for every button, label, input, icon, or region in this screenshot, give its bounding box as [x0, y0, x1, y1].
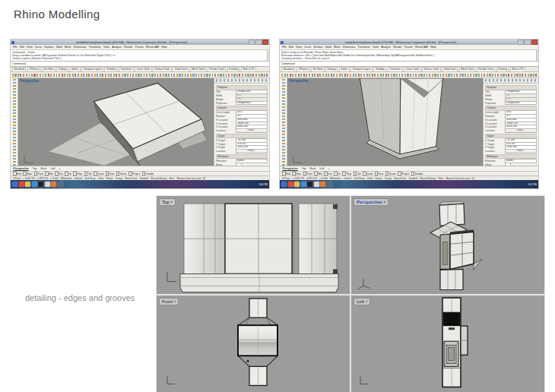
windows-taskbar[interactable]: 3:12 PM [280, 180, 538, 188]
menu-item[interactable]: Help [430, 45, 436, 49]
close-button[interactable] [531, 40, 538, 45]
menu-item[interactable]: Curve [35, 45, 43, 49]
toolbar-tab[interactable]: Drafting [227, 67, 240, 71]
toolbar-tab[interactable]: Standard [12, 67, 26, 71]
minimize-button[interactable] [518, 40, 524, 45]
viewport-canvas[interactable] [157, 296, 350, 392]
property-value[interactable]: Place... [236, 128, 268, 133]
firefox-icon[interactable] [51, 182, 56, 187]
title-bar[interactable]: modelled telephone booth (579 KB) - Rhin… [280, 40, 538, 45]
status-pane[interactable]: Millimeters [330, 177, 341, 180]
media-player-icon[interactable] [32, 182, 37, 187]
toolbar-tab[interactable]: CPlanes [27, 67, 40, 71]
menu-item[interactable]: Edit [289, 45, 293, 49]
explorer-icon[interactable] [314, 182, 319, 187]
toolbar-tab[interactable]: New in V5 [241, 67, 256, 71]
status-pane[interactable]: Minutes from last save: 13 [176, 177, 205, 180]
toolbar-tab[interactable]: Display [56, 67, 68, 71]
status-pane[interactable]: y 870.970 [306, 177, 317, 180]
photoshop-icon[interactable] [58, 182, 63, 187]
toolbar-tab[interactable]: New in V5 [510, 67, 525, 71]
status-pane[interactable]: y 870.970 [37, 177, 48, 180]
toolbar-tab[interactable]: Solid Tools [173, 67, 189, 71]
viewport-tab[interactable]: Back [40, 167, 48, 170]
viewport-canvas[interactable] [287, 78, 483, 166]
menu-item[interactable]: Panels [135, 45, 144, 49]
toolbar-tab[interactable]: Viewport Layout [350, 67, 373, 71]
status-pane[interactable]: Planar [375, 177, 382, 180]
menu-item[interactable]: RhinoCAM [415, 45, 428, 49]
status-pane[interactable]: Default [75, 177, 82, 180]
perspective-viewport[interactable]: Perspective [18, 78, 214, 166]
toolbar-tab[interactable]: Display [325, 67, 338, 71]
menu-item[interactable]: Dimension [74, 45, 87, 49]
menu-item[interactable]: RhinoCAM [146, 45, 159, 49]
viewport-canvas[interactable] [351, 296, 544, 392]
menu-item[interactable]: Edit [20, 45, 24, 49]
status-pane[interactable]: Ortho [366, 177, 373, 180]
status-pane[interactable]: Gumball [408, 177, 417, 180]
viewport-tab[interactable]: Perspective [12, 167, 30, 170]
status-pane[interactable]: Grid Snap [84, 177, 95, 180]
property-value[interactable]: Place... [505, 128, 537, 133]
toolbar-tab[interactable]: Curve Tools [135, 67, 151, 71]
toolbar-tab[interactable]: Select [70, 67, 81, 71]
status-pane[interactable]: Filter [438, 177, 443, 180]
taskbar-clock[interactable]: 3:12 PM [528, 180, 537, 188]
history-scrollbar[interactable] [267, 50, 270, 61]
viewport-front[interactable]: Front [157, 296, 350, 392]
firefox-icon[interactable] [320, 182, 325, 187]
toolbar-tab[interactable]: Transform [388, 67, 403, 71]
viewport-canvas[interactable] [157, 196, 350, 294]
menu-item[interactable]: Solid [56, 45, 62, 49]
menu-item[interactable]: Mesh [334, 45, 341, 49]
viewport-canvas[interactable] [351, 196, 544, 294]
toolbar-tab[interactable]: Visibility [373, 67, 386, 71]
status-pane[interactable]: CPlane [13, 177, 21, 180]
minimize-button[interactable] [249, 40, 255, 45]
status-pane[interactable]: CPlane [282, 177, 290, 180]
chrome-icon[interactable] [19, 182, 24, 187]
start-icon[interactable] [12, 182, 17, 187]
toolbar-tab[interactable]: CPlanes [297, 67, 309, 71]
toolbar-icons[interactable] [280, 72, 538, 78]
taskbar-clock[interactable]: 2:46 PM [258, 180, 268, 188]
property-value[interactable]: (none) [505, 159, 537, 163]
status-pane[interactable]: z 0.000 [50, 177, 58, 180]
menu-item[interactable]: Render [124, 45, 133, 49]
status-pane[interactable]: Osnap [116, 177, 122, 180]
viewport-tab[interactable]: Top [300, 167, 307, 170]
folder-icon[interactable] [294, 182, 300, 187]
toolbar-tab[interactable]: Visibility [104, 67, 117, 71]
menu-item[interactable]: Dimension [343, 45, 356, 49]
folder-icon[interactable] [25, 182, 30, 187]
status-pane[interactable]: x 1540.755 [292, 177, 304, 180]
menu-item[interactable]: Render [393, 45, 402, 49]
status-pane[interactable]: Grid Snap [354, 177, 364, 180]
status-pane[interactable]: Record History [151, 177, 166, 180]
menu-item[interactable]: View [27, 45, 33, 49]
toolbar-tab[interactable]: Render Tools [477, 67, 495, 71]
status-pane[interactable]: Filter [169, 177, 174, 180]
perspective-viewport[interactable]: Perspective [287, 78, 483, 166]
property-value[interactable]: Place... [236, 149, 268, 153]
status-pane[interactable]: Gumball [139, 177, 148, 180]
menu-item[interactable]: File [282, 45, 287, 49]
toolbar-tab[interactable]: Drafting [496, 67, 509, 71]
menu-item[interactable]: Analyze [112, 45, 122, 49]
close-button[interactable] [262, 40, 268, 45]
status-pane[interactable]: Minutes from last save: 13 [446, 177, 474, 180]
maximize-button[interactable] [525, 40, 531, 45]
status-pane[interactable]: Millimeters [61, 177, 72, 180]
menu-item[interactable]: Surface [313, 45, 322, 49]
side-toolbar-icons[interactable] [280, 78, 287, 166]
rhino-icon[interactable] [307, 182, 312, 187]
title-bar[interactable]: modelled telephone booth (454 KB) - Rhin… [11, 40, 269, 45]
command-history[interactable]: Command: _Zoom Drag a window to zoom ( A… [11, 50, 269, 62]
explorer-icon[interactable] [45, 182, 50, 187]
viewport-canvas[interactable] [18, 78, 214, 166]
toolbar-tab[interactable]: Set View [311, 67, 325, 71]
menu-item[interactable]: Tools [103, 45, 109, 49]
start-icon[interactable] [281, 182, 287, 187]
menu-item[interactable]: Curve [304, 45, 312, 49]
